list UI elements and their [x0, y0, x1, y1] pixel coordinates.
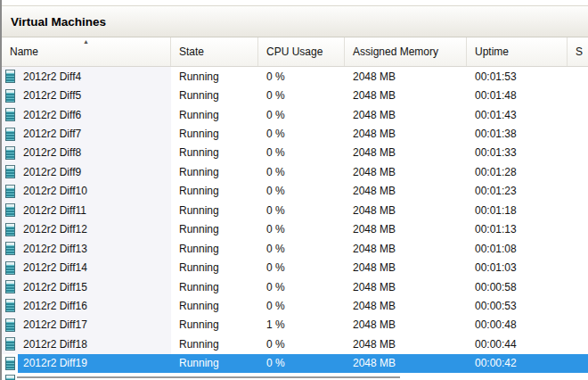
vm-row-icon-gutter	[2, 220, 18, 239]
vm-memory-cell: 2048 MB	[345, 354, 467, 373]
vm-row[interactable]: 2012r2 Diff19 Running 0 % 2048 MB 00:00:…	[2, 354, 588, 373]
section-divider	[17, 376, 400, 378]
vm-state-cell: Running	[171, 105, 258, 124]
vm-status-cell	[568, 239, 588, 258]
vm-cpu-cell: 0 %	[258, 239, 345, 258]
vm-server-icon	[5, 108, 15, 121]
sort-ascending-icon: ▲	[83, 38, 89, 45]
vm-row[interactable]: 2012r2 Diff14 Running 0 % 2048 MB 00:01:…	[2, 258, 588, 277]
vm-memory-cell: 2048 MB	[345, 239, 467, 258]
vm-uptime-cell: 00:01:53	[467, 67, 568, 86]
vm-cpu-cell: 0 %	[258, 144, 345, 162]
vm-row-icon-gutter	[2, 124, 18, 143]
vm-uptime-cell: 00:00:58	[467, 277, 568, 296]
vm-status-cell	[568, 354, 588, 373]
vm-cpu-cell: 0 %	[258, 105, 345, 124]
column-header-row: Name ▲ State CPU Usage Assigned Memory U…	[2, 37, 588, 67]
vm-state-cell: Running	[171, 220, 258, 239]
vm-server-icon	[5, 165, 15, 178]
vm-uptime-cell: 00:01:38	[467, 124, 568, 143]
vm-memory-cell: 2048 MB	[345, 182, 467, 201]
vm-name-cell: 2012r2 Diff10	[18, 182, 171, 201]
vm-row[interactable]: 2012r2 Diff10 Running 0 % 2048 MB 00:01:…	[2, 182, 588, 201]
vm-uptime-cell: 00:01:33	[467, 144, 568, 162]
vm-state-cell: Running	[171, 335, 258, 353]
vm-status-cell	[568, 144, 588, 162]
vm-row[interactable]: 2012r2 Diff7 Running 0 % 2048 MB 00:01:3…	[2, 124, 588, 143]
vm-row[interactable]: 2012r2 Diff11 Running 0 % 2048 MB 00:01:…	[2, 201, 588, 219]
vm-status-cell	[568, 67, 588, 86]
vm-name-cell: 2012r2 Diff16	[18, 296, 171, 315]
vm-state-cell: Running	[171, 296, 258, 315]
vm-state-cell: Running	[171, 182, 258, 201]
vm-name-cell: 2012r2 Diff19	[18, 354, 171, 373]
vm-name-cell: 2012r2 Diff4	[18, 67, 171, 86]
column-header-label: Assigned Memory	[353, 45, 438, 58]
vm-state-cell: Running	[171, 201, 258, 219]
vm-row[interactable]: 2012r2 Diff13 Running 0 % 2048 MB 00:01:…	[2, 239, 588, 258]
vm-server-icon	[5, 299, 15, 312]
column-header-state[interactable]: State	[171, 37, 258, 66]
column-header-cpu-usage[interactable]: CPU Usage	[258, 37, 345, 66]
column-header-label: S	[576, 45, 583, 58]
vm-memory-cell: 2048 MB	[345, 277, 467, 296]
vm-memory-cell: 2048 MB	[345, 144, 467, 162]
vm-cpu-cell: 0 %	[258, 124, 345, 143]
vm-uptime-cell: 00:01:13	[467, 220, 568, 239]
vm-name-cell: 2012r2 Diff7	[18, 124, 171, 143]
vm-status-cell	[568, 258, 588, 277]
vm-uptime-cell: 00:01:08	[467, 239, 568, 258]
vm-memory-cell: 2048 MB	[345, 124, 467, 143]
vm-row-icon-gutter	[2, 335, 18, 353]
vm-uptime-cell: 00:01:03	[467, 258, 568, 277]
vm-uptime-cell: 00:00:48	[467, 316, 568, 335]
vm-name-cell: 2012r2 Diff11	[18, 201, 171, 219]
vm-row-icon-gutter	[2, 144, 18, 162]
vm-server-icon	[5, 89, 15, 103]
virtual-machines-pane: Virtual Machines Name ▲ State CPU Usage …	[0, 0, 588, 380]
vm-cpu-cell: 0 %	[258, 162, 345, 181]
vm-uptime-cell: 00:01:28	[467, 162, 568, 181]
vm-state-cell: Running	[171, 258, 258, 277]
vm-name-cell: 2012r2 Diff6	[18, 105, 171, 124]
vm-state-cell: Running	[171, 124, 258, 143]
vm-server-icon	[5, 223, 15, 236]
vm-cpu-cell: 1 %	[258, 316, 345, 335]
column-header-status-cropped[interactable]: S	[568, 37, 588, 66]
vm-row-icon-gutter	[2, 162, 18, 181]
vm-row[interactable]: 2012r2 Diff5 Running 0 % 2048 MB 00:01:4…	[2, 86, 588, 104]
vm-server-icon	[5, 337, 15, 351]
vm-state-cell: Running	[171, 162, 258, 181]
vm-name-cell: 2012r2 Diff14	[18, 258, 171, 277]
vm-cpu-cell: 0 %	[258, 335, 345, 353]
vm-cpu-cell: 0 %	[258, 296, 345, 315]
vm-row[interactable]: 2012r2 Diff12 Running 0 % 2048 MB 00:01:…	[2, 220, 588, 239]
vm-state-cell: Running	[171, 86, 258, 104]
vm-name-cell: 2012r2 Diff13	[18, 239, 171, 258]
vm-row[interactable]: 2012r2 Diff18 Running 0 % 2048 MB 00:00:…	[2, 335, 588, 353]
vm-server-icon	[5, 375, 15, 380]
vm-cpu-cell: 0 %	[258, 182, 345, 201]
vm-row[interactable]: 2012r2 Diff4 Running 0 % 2048 MB 00:01:5…	[2, 67, 588, 86]
vm-cpu-cell: 0 %	[258, 277, 345, 296]
vm-status-cell	[568, 335, 588, 353]
vm-row[interactable]: 2012r2 Diff16 Running 0 % 2048 MB 00:00:…	[2, 296, 588, 315]
vm-server-icon	[5, 70, 15, 83]
vm-row-icon-gutter	[2, 316, 18, 335]
vm-row[interactable]: 2012r2 Diff6 Running 0 % 2048 MB 00:01:4…	[2, 105, 588, 124]
vm-row[interactable]: 2012r2 Diff9 Running 0 % 2048 MB 00:01:2…	[2, 162, 588, 181]
vm-row[interactable]: 2012r2 Diff17 Running 1 % 2048 MB 00:00:…	[2, 316, 588, 335]
vm-cpu-cell: 0 %	[258, 354, 345, 373]
vm-status-cell	[568, 277, 588, 296]
vm-list: 2012r2 Diff4 Running 0 % 2048 MB 00:01:5…	[2, 67, 588, 373]
vm-row-icon-gutter	[2, 258, 18, 277]
vm-status-cell	[568, 162, 588, 181]
vm-state-cell: Running	[171, 277, 258, 296]
column-header-name[interactable]: Name ▲	[2, 37, 171, 66]
vm-state-cell: Running	[171, 67, 258, 86]
column-header-uptime[interactable]: Uptime	[467, 37, 568, 66]
column-header-label: Name	[10, 45, 38, 58]
vm-row[interactable]: 2012r2 Diff8 Running 0 % 2048 MB 00:01:3…	[2, 144, 588, 162]
vm-row[interactable]: 2012r2 Diff15 Running 0 % 2048 MB 00:00:…	[2, 277, 588, 296]
column-header-assigned-memory[interactable]: Assigned Memory	[345, 37, 467, 66]
